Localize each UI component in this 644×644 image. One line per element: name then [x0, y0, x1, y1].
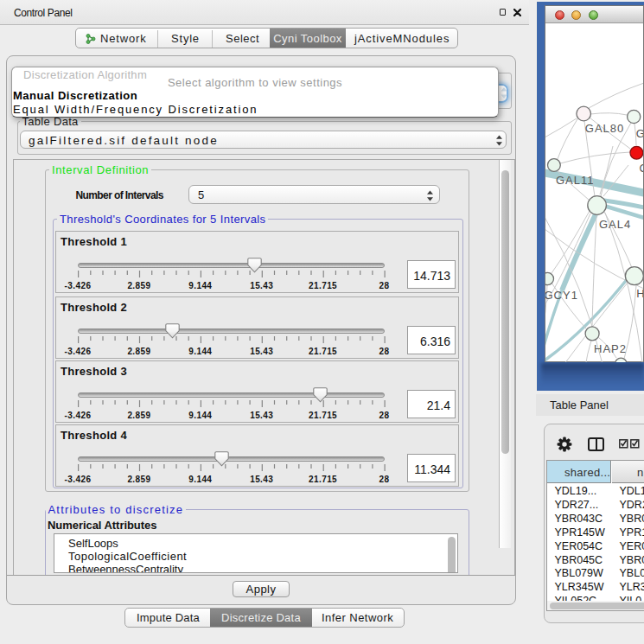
- svg-text:GAL11: GAL11: [556, 174, 595, 187]
- svg-text:GCY1: GCY1: [545, 289, 578, 302]
- svg-text:HAP2: HAP2: [594, 342, 627, 355]
- svg-text:GAL4: GAL4: [599, 218, 631, 231]
- svg-text:G.: G.: [636, 127, 643, 140]
- svg-text:H: H: [636, 287, 643, 300]
- svg-text:GAL80: GAL80: [585, 122, 624, 135]
- svg-text:C: C: [640, 162, 644, 175]
